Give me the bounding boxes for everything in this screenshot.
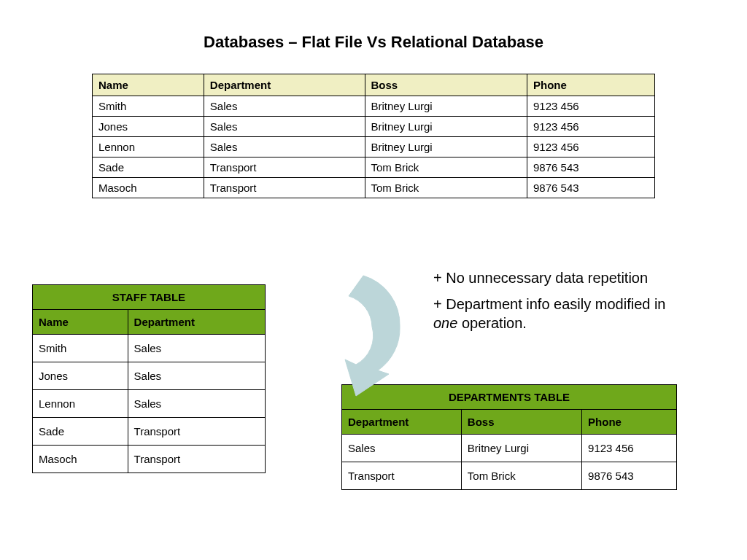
cell: Lennon — [33, 390, 128, 418]
note-line-2b: operation. — [457, 315, 527, 331]
flat-header-phone: Phone — [527, 74, 655, 96]
note-line-2a: + Department info easily modified in — [433, 296, 666, 312]
table-row: Transport Tom Brick 9876 543 — [342, 462, 677, 490]
cell: Tom Brick — [365, 178, 527, 198]
cell: Britney Lurgi — [365, 117, 527, 137]
note-line-1: + No unnecessary data repetition — [433, 268, 689, 287]
cell: Sales — [204, 96, 365, 117]
cell: 9876 543 — [527, 178, 655, 198]
notes-block: + No unnecessary data repetition + Depar… — [433, 268, 689, 340]
cell: Britney Lurgi — [365, 96, 527, 117]
staff-header-name: Name — [33, 310, 128, 335]
cell: 9123 456 — [582, 435, 677, 462]
cell: Jones — [33, 362, 128, 390]
note-line-2-em: one — [433, 315, 457, 331]
table-row: Lennon Sales — [33, 390, 266, 418]
table-row: Sales Britney Lurgi 9123 456 — [342, 435, 677, 462]
table-row: Masoch Transport Tom Brick 9876 543 — [93, 178, 655, 198]
flat-file-table: Name Department Boss Phone Smith Sales B… — [92, 74, 655, 198]
staff-table-title: STAFF TABLE — [33, 285, 266, 310]
cell: Lennon — [93, 137, 204, 158]
cell: Britney Lurgi — [461, 435, 581, 462]
staff-table: STAFF TABLE Name Department Smith Sales … — [32, 284, 266, 473]
cell: 9123 456 — [527, 137, 655, 158]
cell: Transport — [204, 158, 365, 178]
cell: Transport — [128, 446, 265, 473]
slide-title: Databases – Flat File Vs Relational Data… — [0, 33, 747, 52]
cell: 9876 543 — [582, 462, 677, 490]
note-line-2: + Department info easily modified in one… — [433, 295, 689, 332]
flat-header-department: Department — [204, 74, 365, 96]
cell: Tom Brick — [365, 158, 527, 178]
table-row: Lennon Sales Britney Lurgi 9123 456 — [93, 137, 655, 158]
cell: Sales — [128, 390, 265, 418]
curved-arrow-icon — [276, 254, 422, 400]
cell: 9123 456 — [527, 96, 655, 117]
cell: Masoch — [93, 178, 204, 198]
flat-header-boss: Boss — [365, 74, 527, 96]
dept-header-boss: Boss — [461, 410, 581, 435]
cell: 9123 456 — [527, 117, 655, 137]
cell: Smith — [33, 335, 128, 362]
staff-header-department: Department — [128, 310, 265, 335]
cell: Transport — [128, 418, 265, 446]
dept-header-phone: Phone — [582, 410, 677, 435]
cell: Sales — [342, 435, 462, 462]
cell: Britney Lurgi — [365, 137, 527, 158]
cell: Sales — [128, 335, 265, 362]
table-row: Jones Sales — [33, 362, 266, 390]
cell: Sales — [128, 362, 265, 390]
table-row: Smith Sales Britney Lurgi 9123 456 — [93, 96, 655, 117]
cell: Sade — [93, 158, 204, 178]
cell: Smith — [93, 96, 204, 117]
table-row: Jones Sales Britney Lurgi 9123 456 — [93, 117, 655, 137]
cell: Masoch — [33, 446, 128, 473]
dept-header-department: Department — [342, 410, 462, 435]
cell: Sales — [204, 137, 365, 158]
table-row: Masoch Transport — [33, 446, 266, 473]
table-row: Smith Sales — [33, 335, 266, 362]
cell: Sade — [33, 418, 128, 446]
cell: 9876 543 — [527, 158, 655, 178]
cell: Tom Brick — [461, 462, 581, 490]
cell: Sales — [204, 117, 365, 137]
table-row: Sade Transport — [33, 418, 266, 446]
flat-header-name: Name — [93, 74, 204, 96]
cell: Jones — [93, 117, 204, 137]
cell: Transport — [204, 178, 365, 198]
table-row: Sade Transport Tom Brick 9876 543 — [93, 158, 655, 178]
cell: Transport — [342, 462, 462, 490]
departments-table: DEPARTMENTS TABLE Department Boss Phone … — [341, 384, 677, 490]
